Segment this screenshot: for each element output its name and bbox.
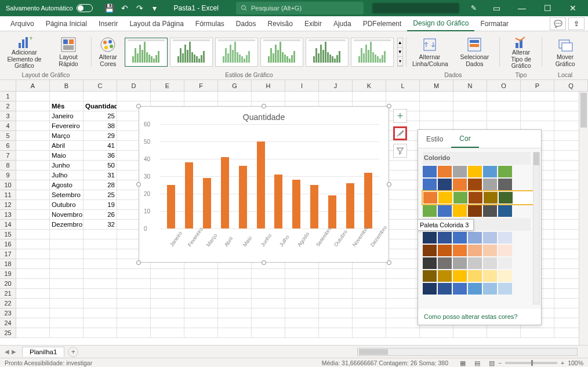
column-header[interactable]: E <box>151 80 184 91</box>
cell[interactable] <box>453 328 487 338</box>
cell[interactable] <box>151 289 184 299</box>
sheet-nav-next[interactable]: ▶ <box>12 348 16 355</box>
cell[interactable] <box>218 269 252 279</box>
menu-tab-design-do-gráfico[interactable]: Design do Gráfico <box>407 16 474 31</box>
select-all-corner[interactable] <box>0 80 16 91</box>
column-header[interactable]: A <box>16 80 50 91</box>
cell[interactable] <box>353 328 386 338</box>
cell[interactable]: 29 <box>84 131 117 141</box>
cell[interactable] <box>117 279 151 289</box>
cell[interactable] <box>420 101 453 111</box>
cell[interactable] <box>285 308 319 318</box>
cell[interactable] <box>420 328 453 338</box>
cell[interactable] <box>218 289 252 299</box>
column-header[interactable]: D <box>117 80 151 91</box>
vertical-scrollbar[interactable] <box>579 92 588 345</box>
cell[interactable] <box>16 308 50 318</box>
color-palette-row[interactable] <box>423 245 539 256</box>
cell[interactable] <box>218 328 252 338</box>
cell[interactable]: Janeiro <box>50 111 84 121</box>
cell[interactable] <box>420 92 453 101</box>
cell[interactable] <box>319 289 353 299</box>
cell[interactable] <box>353 299 386 308</box>
close-icon[interactable]: ✕ <box>560 0 586 16</box>
column-header[interactable]: L <box>386 80 420 91</box>
column-header[interactable]: J <box>319 80 353 91</box>
cell[interactable] <box>50 279 84 289</box>
chart-bar[interactable] <box>292 180 300 228</box>
cell[interactable] <box>285 289 319 299</box>
cell[interactable] <box>386 299 420 308</box>
toggle-switch-icon[interactable] <box>77 4 93 12</box>
autosave-toggle[interactable]: Salvamento Automático <box>2 4 96 12</box>
cell[interactable]: 36 <box>84 151 117 161</box>
pane-scrollbar[interactable] <box>533 152 540 304</box>
cell[interactable] <box>386 92 420 101</box>
row-header[interactable]: 18 <box>0 259 16 269</box>
cell[interactable] <box>184 279 218 289</box>
menu-tab-fórmulas[interactable]: Fórmulas <box>190 16 230 31</box>
zoom-out-icon[interactable]: − <box>498 359 502 366</box>
row-header[interactable]: 24 <box>0 318 16 328</box>
cell[interactable] <box>16 259 50 269</box>
cell[interactable] <box>16 180 50 190</box>
cell[interactable] <box>319 299 353 308</box>
cell[interactable] <box>386 230 420 239</box>
cell[interactable] <box>16 141 50 151</box>
cell[interactable] <box>16 92 50 101</box>
color-palette-row[interactable] <box>423 283 539 295</box>
cell[interactable] <box>252 318 285 328</box>
chart-style-thumbnail[interactable] <box>170 38 213 67</box>
cell[interactable] <box>184 92 218 101</box>
row-header[interactable]: 4 <box>0 121 16 131</box>
add-sheet-button[interactable]: + <box>68 347 78 357</box>
cell[interactable] <box>319 328 353 338</box>
resize-handle[interactable] <box>136 104 141 108</box>
cell[interactable] <box>319 269 353 279</box>
horizontal-scrollbar[interactable] <box>357 348 578 356</box>
cell[interactable] <box>285 299 319 308</box>
cell[interactable]: 31 <box>84 170 117 180</box>
column-header[interactable]: P <box>521 80 554 91</box>
cell[interactable] <box>184 318 218 328</box>
cell[interactable] <box>50 328 84 338</box>
resize-handle[interactable] <box>136 182 141 187</box>
cell[interactable] <box>453 101 487 111</box>
chart-bar[interactable] <box>185 162 193 228</box>
cell[interactable] <box>16 200 50 210</box>
cell[interactable] <box>184 328 218 338</box>
menu-tab-pdfelement[interactable]: PDFelement <box>357 16 408 31</box>
cell[interactable] <box>453 111 487 121</box>
cell[interactable] <box>16 170 50 180</box>
cell[interactable] <box>16 318 50 328</box>
resize-handle[interactable] <box>387 182 391 187</box>
cell[interactable] <box>285 318 319 328</box>
minimize-icon[interactable]: — <box>509 0 535 16</box>
cell[interactable] <box>386 308 420 318</box>
cell[interactable] <box>218 318 252 328</box>
cell[interactable] <box>50 259 84 269</box>
cell[interactable] <box>16 190 50 200</box>
cell[interactable] <box>319 318 353 328</box>
cell[interactable] <box>386 200 420 210</box>
chart-style-thumbnail[interactable] <box>306 38 349 67</box>
view-pagelayout-icon[interactable]: ▤ <box>471 359 484 366</box>
menu-tab-ajuda[interactable]: Ajuda <box>328 16 357 31</box>
cell[interactable]: 50 <box>84 161 117 170</box>
cell[interactable] <box>487 101 521 111</box>
chart-bar[interactable] <box>310 185 318 228</box>
cell[interactable]: Novembro <box>50 210 84 220</box>
cell[interactable] <box>319 279 353 289</box>
user-account[interactable] <box>372 3 459 13</box>
cell[interactable]: 38 <box>84 121 117 131</box>
cell[interactable]: Agosto <box>50 180 84 190</box>
cell[interactable] <box>386 269 420 279</box>
cell[interactable] <box>252 328 285 338</box>
cell[interactable] <box>50 249 84 259</box>
cell[interactable] <box>16 111 50 121</box>
chart-style-thumbnail[interactable] <box>351 38 394 67</box>
cell[interactable] <box>285 328 319 338</box>
cell[interactable] <box>84 289 117 299</box>
chart-elements-button[interactable]: + <box>393 109 407 123</box>
resize-handle[interactable] <box>387 104 391 108</box>
